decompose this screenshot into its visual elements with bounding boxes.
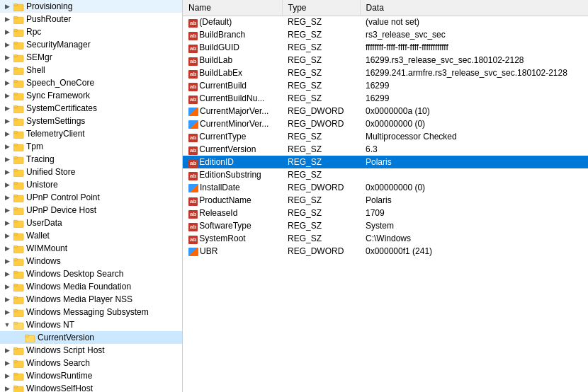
expand-btn-unistore[interactable] [1, 178, 13, 191]
cell-data: C:\Windows [360, 232, 588, 245]
expand-btn-windows[interactable] [1, 255, 13, 267]
table-row[interactable]: abReleaseIdREG_SZ1709 [183, 207, 588, 219]
expand-btn-upnp_control_point[interactable] [1, 191, 13, 204]
tree-item-rpc[interactable]: Rpc [0, 25, 182, 38]
expand-btn-windowsruntime[interactable] [1, 369, 13, 382]
svg-rect-17 [13, 105, 18, 108]
item-label-windows: Windows [26, 255, 61, 267]
table-row[interactable]: abCurrentBuildREG_SZ16299 [183, 79, 588, 92]
expand-btn-speech_onecore[interactable] [1, 76, 13, 89]
table-row[interactable]: abSystemRootREG_SZC:\Windows [183, 232, 588, 245]
tree-item-currentversion[interactable]: CurrentVersion [0, 331, 182, 344]
ab-icon: ab [188, 134, 198, 142]
item-label-tracing: Tracing [26, 153, 55, 166]
tree-item-systemcertificates[interactable]: SystemCertificates [0, 102, 182, 115]
table-row[interactable]: abCurrentTypeREG_SZMultiprocessor Checke… [183, 130, 588, 143]
cell-type: REG_DWORD [282, 245, 360, 258]
item-label-provisioning: Provisioning [26, 0, 72, 13]
table-row[interactable]: UBRREG_DWORD0x000000f1 (241) [183, 245, 588, 258]
table-row[interactable]: CurrentMajorVer...REG_DWORD0x0000000a (1… [183, 105, 588, 117]
tree-item-unistore[interactable]: Unistore [0, 178, 182, 191]
expand-btn-wimmount[interactable] [1, 242, 13, 255]
table-row[interactable]: abCurrentBuildNu...REG_SZ16299 [183, 92, 588, 105]
expand-btn-windows_script_host[interactable] [1, 344, 13, 357]
tree-item-upnp_device_host[interactable]: UPnP Device Host [0, 204, 182, 217]
tree-item-unified_store[interactable]: Unified Store [0, 166, 182, 178]
folder-icon-windows [13, 255, 24, 267]
table-row[interactable]: abProductNameREG_SZPolaris [183, 194, 588, 207]
expand-btn-shell[interactable] [1, 64, 13, 76]
expand-btn-rpc[interactable] [1, 25, 13, 38]
table-row[interactable]: InstallDateREG_DWORD0x00000000 (0) [183, 181, 588, 194]
tree-item-pushrouter[interactable]: PushRouter [0, 13, 182, 25]
table-row[interactable]: abCurrentVersionREG_SZ6.3 [183, 143, 588, 156]
tree-item-windows_desktop_search[interactable]: Windows Desktop Search [0, 267, 182, 280]
expand-btn-windows_media_player_nss[interactable] [1, 293, 13, 306]
tree-item-sync_framework[interactable]: Sync Framework [0, 89, 182, 102]
table-row[interactable]: abBuildGUIDREG_SZffffffff-ffff-ffff-ffff… [183, 41, 588, 54]
folder-icon-pushrouter [13, 13, 24, 25]
expand-btn-windows_search[interactable] [1, 357, 13, 369]
expand-btn-tpm[interactable] [1, 140, 13, 153]
expand-btn-windows_messaging_subsystem[interactable] [1, 306, 13, 318]
expand-btn-windowsselfhost[interactable] [1, 382, 13, 392]
tree-item-speech_onecore[interactable]: Speech_OneCore [0, 76, 182, 89]
tree-item-windows_search[interactable]: Windows Search [0, 357, 182, 369]
table-row[interactable]: abEditionIDREG_SZPolaris [183, 156, 588, 168]
expand-btn-systemcertificates[interactable] [1, 102, 13, 115]
cell-type: REG_SZ [282, 54, 360, 67]
tree-item-tpm[interactable]: Tpm [0, 140, 182, 153]
tree-item-userdata[interactable]: UserData [0, 217, 182, 229]
table-row[interactable]: abBuildLabExREG_SZ16299.241.armfre.rs3_r… [183, 67, 588, 79]
expand-btn-userdata[interactable] [1, 217, 13, 229]
table-row[interactable]: abBuildLabREG_SZ16299.rs3_release_svc_se… [183, 54, 588, 67]
expand-btn-wallet[interactable] [1, 229, 13, 242]
tree-item-shell[interactable]: Shell [0, 64, 182, 76]
tree-item-systemsettings[interactable]: SystemSettings [0, 115, 182, 127]
expand-btn-securitymanager[interactable] [1, 38, 13, 51]
expand-btn-pushrouter[interactable] [1, 13, 13, 25]
cell-type: REG_DWORD [282, 117, 360, 130]
tree-item-windowsselfhost[interactable]: WindowsSelfHost [0, 382, 182, 392]
tree-item-windows_media_player_nss[interactable]: Windows Media Player NSS [0, 293, 182, 306]
tree-item-semgr[interactable]: SEMgr [0, 51, 182, 64]
item-label-tpm: Tpm [26, 140, 43, 153]
tree-item-provisioning[interactable]: Provisioning [0, 0, 182, 13]
registry-tree[interactable]: Provisioning PushRouter Rpc SecurityMana… [0, 0, 183, 392]
item-label-windowsselfhost: WindowsSelfHost [26, 382, 93, 392]
item-label-unistore: Unistore [26, 178, 58, 191]
dword-icon [188, 184, 198, 192]
tree-item-wimmount[interactable]: WIMMount [0, 242, 182, 255]
cell-type: REG_SZ [282, 130, 360, 143]
folder-icon-windows_nt [13, 319, 24, 330]
table-row[interactable]: ab(Default)REG_SZ(value not set) [183, 16, 588, 28]
tree-item-tracing[interactable]: Tracing [0, 153, 182, 166]
cell-name: abBuildGUID [183, 41, 282, 54]
tree-item-wallet[interactable]: Wallet [0, 229, 182, 242]
expand-btn-upnp_device_host[interactable] [1, 204, 13, 217]
tree-item-telemetryclient[interactable]: TelemetryClient [0, 127, 182, 140]
tree-item-windows_messaging_subsystem[interactable]: Windows Messaging Subsystem [0, 306, 182, 318]
expand-btn-systemsettings[interactable] [1, 115, 13, 127]
tree-item-windows_nt[interactable]: Windows NT [0, 318, 182, 331]
table-row[interactable]: abBuildBranchREG_SZrs3_release_svc_sec [183, 28, 588, 41]
expand-btn-tracing[interactable] [1, 153, 13, 166]
tree-item-windows_media_foundation[interactable]: Windows Media Foundation [0, 280, 182, 293]
table-row[interactable]: abSoftwareTypeREG_SZSystem [183, 219, 588, 232]
cell-type: REG_SZ [282, 232, 360, 245]
expand-btn-windows_desktop_search[interactable] [1, 267, 13, 280]
tree-item-securitymanager[interactable]: SecurityManager [0, 38, 182, 51]
expand-btn-windows_media_foundation[interactable] [1, 280, 13, 293]
tree-item-windows[interactable]: Windows [0, 255, 182, 267]
tree-item-windows_script_host[interactable]: Windows Script Host [0, 344, 182, 357]
tree-item-upnp_control_point[interactable]: UPnP Control Point [0, 191, 182, 204]
expand-btn-provisioning[interactable] [1, 0, 13, 13]
expand-btn-telemetryclient[interactable] [1, 127, 13, 140]
expand-btn-unified_store[interactable] [1, 166, 13, 178]
expand-btn-sync_framework[interactable] [1, 89, 13, 102]
table-row[interactable]: CurrentMinorVer...REG_DWORD0x00000000 (0… [183, 117, 588, 130]
expand-btn-semgr[interactable] [1, 51, 13, 64]
expand-btn-windows_nt[interactable] [1, 318, 13, 331]
table-row[interactable]: abEditionSubstringREG_SZ [183, 168, 588, 181]
tree-item-windowsruntime[interactable]: WindowsRuntime [0, 369, 182, 382]
